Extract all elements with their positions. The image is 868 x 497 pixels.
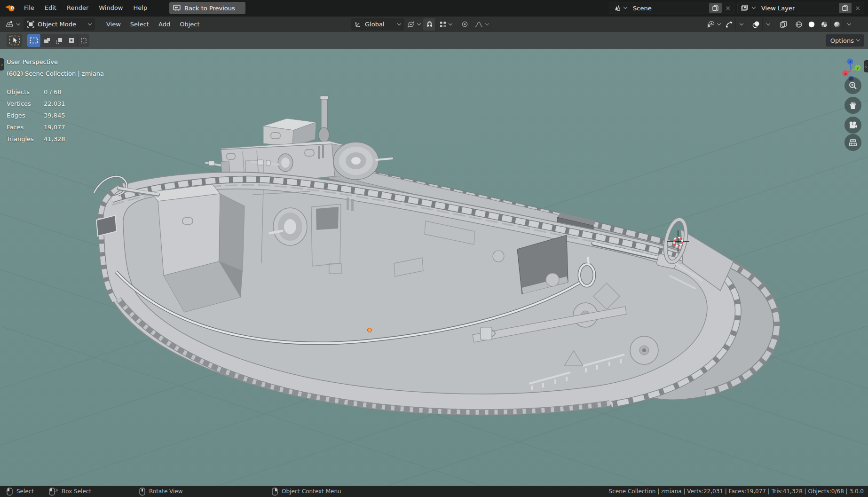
- mouse-left-drag-icon: [49, 488, 58, 496]
- ortho-toggle-button[interactable]: [844, 134, 861, 151]
- toolbar-expand-tab[interactable]: ›: [0, 58, 4, 71]
- gizmo-icon: [726, 21, 733, 28]
- view-layer-name[interactable]: View Layer: [757, 5, 839, 12]
- sidebar-expand-tab[interactable]: ‹: [864, 60, 868, 72]
- shading-wireframe-button[interactable]: [793, 18, 805, 31]
- mouse-middle-icon: [139, 488, 145, 496]
- scene-selector[interactable]: Scene ×: [609, 2, 734, 14]
- gizmos-dropdown[interactable]: [736, 18, 747, 31]
- back-to-previous-label: Back to Previous: [184, 5, 235, 12]
- object-origin-dot: [368, 328, 372, 332]
- chevron-down-icon: [856, 38, 860, 41]
- overlays-dropdown[interactable]: [763, 18, 774, 31]
- scene-glyph: [613, 4, 621, 12]
- statusbar-stats: Scene Collection | zmiana | Verts:22,031…: [609, 486, 864, 497]
- shading-solid-button[interactable]: [805, 18, 818, 31]
- menu-edit[interactable]: Edit: [39, 2, 62, 14]
- snap-toggle[interactable]: [423, 18, 436, 31]
- xray-toggle[interactable]: [777, 18, 790, 31]
- scene-unlink-button[interactable]: ×: [723, 3, 733, 13]
- back-icon: [173, 5, 181, 11]
- menu-render[interactable]: Render: [62, 2, 94, 14]
- editor-type-icon: [5, 20, 14, 29]
- stat-label: Objects: [7, 88, 30, 95]
- navigation-gizmo[interactable]: x y z: [837, 53, 865, 81]
- blender-window: File Edit Render Window Help Back to Pre…: [0, 0, 868, 497]
- display-cluster: [706, 18, 855, 31]
- select-mode-subtract-button[interactable]: [53, 34, 65, 47]
- selectability-dropdown[interactable]: [706, 18, 720, 31]
- solid-icon: [808, 21, 815, 28]
- viewport[interactable]: User Perspective (602) Scene Collection …: [0, 49, 868, 486]
- rendered-icon: [833, 21, 841, 28]
- hint-context-menu: Object Context Menu: [272, 486, 341, 497]
- scene-icon[interactable]: [609, 2, 629, 14]
- options-button[interactable]: Options: [826, 34, 864, 47]
- camera-view-button[interactable]: [844, 117, 861, 134]
- chevron-down-icon: [847, 21, 851, 25]
- select-mode-extend-button[interactable]: [40, 34, 53, 47]
- select-subtract-icon: [55, 37, 63, 44]
- menu-window[interactable]: Window: [94, 2, 128, 14]
- mouse-left-icon: [7, 488, 13, 496]
- pan-button[interactable]: [844, 97, 861, 114]
- menu-select[interactable]: Select: [126, 21, 154, 28]
- menu-view[interactable]: View: [102, 21, 126, 28]
- options-label: Options: [830, 37, 854, 44]
- stat-value: 39,845: [44, 112, 65, 119]
- viewport-canvas[interactable]: [0, 49, 868, 486]
- select-mode-group: [27, 34, 89, 47]
- chevron-down-icon: [16, 21, 20, 25]
- editor-type-button[interactable]: [5, 18, 20, 31]
- view-layer-glyph: [741, 4, 750, 12]
- shading-material-button[interactable]: [818, 18, 831, 31]
- stat-label: Edges: [7, 112, 25, 119]
- view-layer-icon[interactable]: [738, 2, 757, 14]
- ortho-grid-icon: [848, 138, 858, 147]
- gizmos-toggle[interactable]: [723, 18, 736, 31]
- view-layer-copy-button[interactable]: [839, 3, 852, 13]
- eye-cursor-icon: [706, 21, 715, 28]
- chevron-down-icon: [449, 21, 452, 25]
- menu-object[interactable]: Object: [175, 21, 204, 28]
- scene-name[interactable]: Scene: [629, 5, 709, 12]
- menu-file[interactable]: File: [19, 2, 39, 14]
- snap-with-icon: [440, 21, 446, 28]
- select-mode-invert-button[interactable]: [65, 34, 77, 47]
- overlays-toggle[interactable]: [750, 18, 763, 31]
- falloff-icon: [475, 21, 483, 28]
- select-mode-set-button[interactable]: [27, 34, 40, 47]
- snap-with-dropdown[interactable]: [436, 18, 456, 31]
- chevron-down-icon: [766, 21, 770, 25]
- tweak-tool-button[interactable]: [7, 34, 22, 47]
- blender-logo[interactable]: [5, 4, 16, 12]
- hint-label: Box Select: [62, 488, 91, 495]
- statusbar: Select Box Select Rotate View Object Con…: [0, 486, 868, 497]
- view-layer-unlink-button[interactable]: ×: [852, 3, 863, 13]
- view-layer-selector[interactable]: View Layer ×: [737, 2, 864, 14]
- falloff-dropdown[interactable]: [471, 18, 492, 31]
- chevron-down-icon: [623, 5, 627, 9]
- select-mode-intersect-button[interactable]: [77, 34, 89, 47]
- hint-label: Select: [16, 488, 34, 495]
- pivot-point-dropdown[interactable]: [407, 18, 420, 31]
- stat-value: 22,031: [44, 100, 65, 107]
- pivot-icon: [407, 21, 415, 28]
- menu-help[interactable]: Help: [128, 2, 153, 14]
- zoom-button[interactable]: [844, 77, 861, 94]
- proportional-group: [458, 18, 492, 31]
- scene-copy-button[interactable]: [709, 3, 722, 13]
- stat-label: Faces: [7, 124, 24, 131]
- proportional-toggle[interactable]: [458, 18, 471, 31]
- shading-dropdown[interactable]: [844, 18, 855, 31]
- back-to-previous-button[interactable]: Back to Previous: [169, 2, 245, 14]
- svg-text:y: y: [857, 66, 859, 70]
- material-icon: [821, 21, 828, 28]
- xray-icon: [780, 21, 787, 28]
- mode-dropdown[interactable]: Object Mode: [24, 18, 95, 31]
- orientation-dropdown[interactable]: Global: [351, 18, 404, 31]
- chevron-down-icon: [740, 21, 743, 25]
- pan-hand-icon: [848, 101, 858, 110]
- shading-rendered-button[interactable]: [831, 18, 844, 31]
- menu-add[interactable]: Add: [154, 21, 175, 28]
